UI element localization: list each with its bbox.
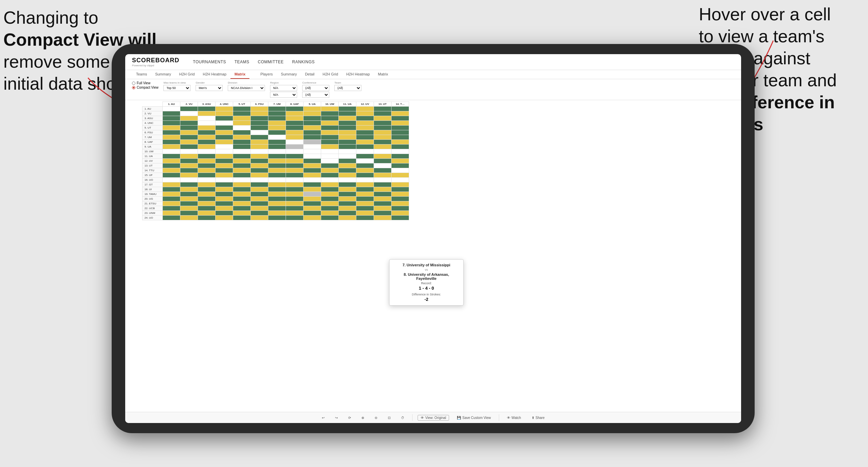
cell-11-4[interactable] xyxy=(233,159,251,163)
tab-matrix-2[interactable]: Matrix xyxy=(374,70,392,79)
cell-14-10[interactable] xyxy=(339,173,356,178)
cell-6-7[interactable] xyxy=(286,135,304,140)
cell-6-13[interactable] xyxy=(392,135,409,140)
cell-14-5[interactable] xyxy=(251,173,268,178)
cell-21-3[interactable] xyxy=(216,206,233,211)
cell-12-8[interactable] xyxy=(304,163,321,168)
cell-11-11[interactable] xyxy=(356,159,374,163)
cell-0-13[interactable] xyxy=(392,107,409,111)
cell-23-0[interactable] xyxy=(163,216,180,220)
cell-21-12[interactable] xyxy=(374,206,392,211)
cell-9-1[interactable] xyxy=(180,149,198,154)
tab-h2h-grid-1[interactable]: H2H Grid xyxy=(175,70,199,79)
cell-3-2[interactable] xyxy=(198,121,216,126)
filter-conference-select-2[interactable]: (All) xyxy=(302,92,329,98)
cell-16-4[interactable] xyxy=(233,182,251,187)
cell-22-9[interactable] xyxy=(321,211,339,216)
cell-23-3[interactable] xyxy=(216,216,233,220)
cell-22-8[interactable] xyxy=(304,211,321,216)
cell-22-2[interactable] xyxy=(198,211,216,216)
tab-h2h-grid-2[interactable]: H2H Grid xyxy=(318,70,342,79)
cell-21-6[interactable] xyxy=(268,206,286,211)
cell-7-4[interactable] xyxy=(233,140,251,144)
cell-18-12[interactable] xyxy=(374,192,392,197)
cell-12-11[interactable] xyxy=(356,163,374,168)
cell-12-9[interactable] xyxy=(321,163,339,168)
cell-13-4[interactable] xyxy=(233,168,251,173)
cell-8-4[interactable] xyxy=(233,144,251,149)
cell-22-11[interactable] xyxy=(356,211,374,216)
cell-11-5[interactable] xyxy=(251,159,268,163)
cell-6-4[interactable] xyxy=(233,135,251,140)
cell-3-4[interactable] xyxy=(233,121,251,126)
cell-8-12[interactable] xyxy=(374,144,392,149)
compact-view-option[interactable]: Compact View xyxy=(132,86,158,89)
nav-rankings[interactable]: RANKINGS xyxy=(292,60,315,64)
cell-5-10[interactable] xyxy=(339,130,356,135)
cell-14-7[interactable] xyxy=(286,173,304,178)
cell-18-0[interactable] xyxy=(163,192,180,197)
cell-22-3[interactable] xyxy=(216,211,233,216)
cell-21-13[interactable] xyxy=(392,206,409,211)
cell-21-5[interactable] xyxy=(251,206,268,211)
cell-22-12[interactable] xyxy=(374,211,392,216)
cell-23-7[interactable] xyxy=(286,216,304,220)
cell-9-10[interactable] xyxy=(339,149,356,154)
cell-2-11[interactable] xyxy=(356,116,374,121)
cell-18-6[interactable] xyxy=(268,192,286,197)
cell-18-10[interactable] xyxy=(339,192,356,197)
cell-21-10[interactable] xyxy=(339,206,356,211)
cell-8-13[interactable] xyxy=(392,144,409,149)
cell-13-3[interactable] xyxy=(216,168,233,173)
cell-20-0[interactable] xyxy=(163,201,180,206)
cell-22-4[interactable] xyxy=(233,211,251,216)
cell-14-6[interactable] xyxy=(268,173,286,178)
cell-17-3[interactable] xyxy=(216,187,233,192)
cell-19-5[interactable] xyxy=(251,197,268,201)
cell-15-13[interactable] xyxy=(392,178,409,182)
cell-14-9[interactable] xyxy=(321,173,339,178)
cell-2-2[interactable] xyxy=(198,116,216,121)
cell-7-11[interactable] xyxy=(356,140,374,144)
cell-23-12[interactable] xyxy=(374,216,392,220)
cell-15-7[interactable] xyxy=(286,178,304,182)
cell-9-8[interactable] xyxy=(304,149,321,154)
cell-5-5[interactable] xyxy=(251,130,268,135)
watch-button[interactable]: 👁 Watch xyxy=(504,415,524,421)
cell-21-1[interactable] xyxy=(180,206,198,211)
cell-0-6[interactable] xyxy=(268,107,286,111)
cell-11-7[interactable] xyxy=(286,159,304,163)
cell-22-13[interactable] xyxy=(392,211,409,216)
cell-8-3[interactable] xyxy=(216,144,233,149)
cell-19-2[interactable] xyxy=(198,197,216,201)
cell-18-13[interactable] xyxy=(392,192,409,197)
cell-5-2[interactable] xyxy=(198,130,216,135)
cell-17-11[interactable] xyxy=(356,187,374,192)
cell-17-13[interactable] xyxy=(392,187,409,192)
cell-13-12[interactable] xyxy=(374,168,392,173)
redo-button[interactable]: ↪ xyxy=(332,415,340,421)
cell-10-6[interactable] xyxy=(268,154,286,159)
cell-15-4[interactable] xyxy=(233,178,251,182)
cell-16-11[interactable] xyxy=(356,182,374,187)
cell-20-4[interactable] xyxy=(233,201,251,206)
cell-19-13[interactable] xyxy=(392,197,409,201)
cell-2-4[interactable] xyxy=(233,116,251,121)
cell-8-7[interactable] xyxy=(286,144,304,149)
tab-players[interactable]: Players xyxy=(256,70,277,79)
cell-19-6[interactable] xyxy=(268,197,286,201)
cell-11-10[interactable] xyxy=(339,159,356,163)
cell-6-12[interactable] xyxy=(374,135,392,140)
cell-1-12[interactable] xyxy=(374,111,392,116)
cell-15-1[interactable] xyxy=(180,178,198,182)
cell-22-10[interactable] xyxy=(339,211,356,216)
cell-14-0[interactable] xyxy=(163,173,180,178)
cell-16-13[interactable] xyxy=(392,182,409,187)
cell-15-6[interactable] xyxy=(268,178,286,182)
cell-14-11[interactable] xyxy=(356,173,374,178)
cell-22-5[interactable] xyxy=(251,211,268,216)
cell-15-11[interactable] xyxy=(356,178,374,182)
cell-11-1[interactable] xyxy=(180,159,198,163)
cell-11-13[interactable] xyxy=(392,159,409,163)
cell-2-12[interactable] xyxy=(374,116,392,121)
